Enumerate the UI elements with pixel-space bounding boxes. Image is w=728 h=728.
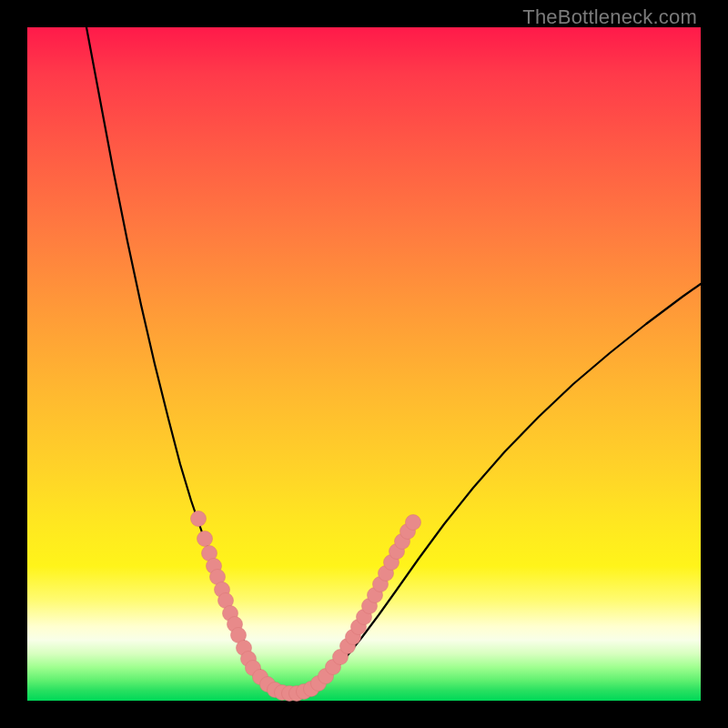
data-point-marker bbox=[197, 531, 213, 547]
data-point-marker bbox=[406, 515, 421, 531]
marker-cluster bbox=[191, 511, 421, 702]
watermark-text: TheBottleneck.com bbox=[522, 5, 697, 29]
bottleneck-chart bbox=[27, 27, 701, 701]
bottleneck-curve bbox=[86, 27, 701, 693]
data-point-marker bbox=[191, 511, 207, 527]
